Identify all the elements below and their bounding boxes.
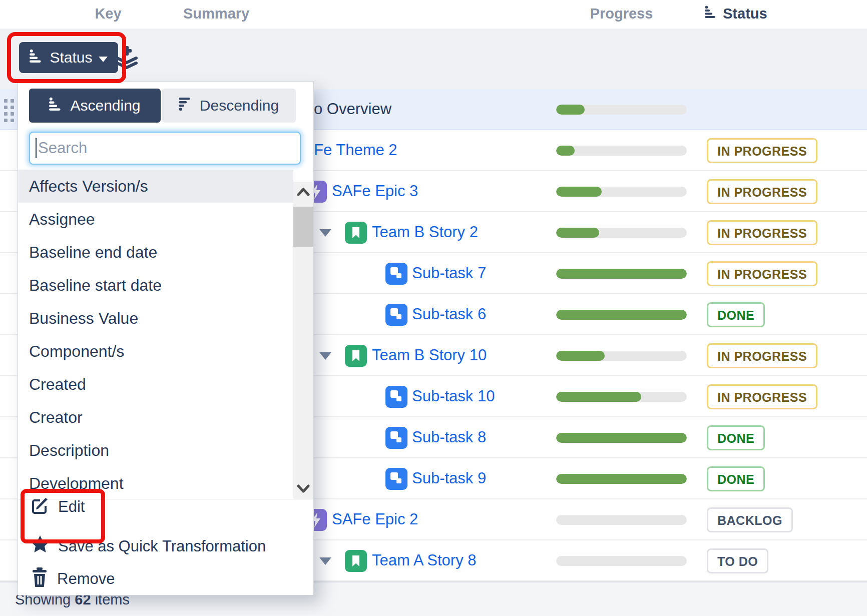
column-header-progress[interactable]: Progress <box>556 6 687 22</box>
field-option[interactable]: Baseline start date <box>18 269 293 302</box>
sort-descending-icon <box>179 97 193 115</box>
progress-bar-fill <box>556 392 641 402</box>
sort-ascending-icon <box>30 49 44 67</box>
ascending-button[interactable]: Ascending <box>29 89 161 123</box>
scroll-down-icon[interactable] <box>293 479 313 499</box>
subtask-icon <box>385 263 407 285</box>
progress-bar <box>556 392 687 402</box>
edit-label: Edit <box>58 498 85 516</box>
field-option[interactable]: Creator <box>18 401 293 434</box>
issue-summary-link[interactable]: Sub-task 8 <box>412 428 486 446</box>
issue-summary-link[interactable]: Team B Story 10 <box>372 346 487 364</box>
field-option[interactable]: Description <box>18 434 293 467</box>
expand-collapse-icon[interactable] <box>319 557 331 565</box>
issue-summary-link: o Overview <box>314 100 391 118</box>
sort-button-label: Status <box>50 49 92 66</box>
save-as-quick-transformation-action[interactable]: Save as Quick Transformation <box>30 534 266 558</box>
story-icon <box>345 345 367 367</box>
star-icon <box>30 534 50 558</box>
column-header-key[interactable]: Key <box>85 6 131 22</box>
expand-collapse-icon[interactable] <box>319 229 331 237</box>
remove-action[interactable]: Remove <box>30 567 115 591</box>
field-option[interactable]: Assignee <box>18 203 293 236</box>
status-badge: TO DO <box>707 548 768 573</box>
trash-icon <box>30 567 49 591</box>
issue-summary-link[interactable]: Sub-task 9 <box>412 469 486 487</box>
status-badge: IN PROGRESS <box>707 179 817 204</box>
progress-bar <box>556 105 687 115</box>
progress-bar <box>556 146 687 156</box>
progress-bar <box>556 433 687 443</box>
field-list-scrollbar[interactable] <box>293 182 313 499</box>
table-column-header: Key Summary Progress Status <box>0 0 867 30</box>
sort-transformation-button[interactable]: Status <box>19 42 118 73</box>
progress-bar-fill <box>556 105 585 115</box>
story-icon <box>345 550 367 572</box>
scroll-up-icon[interactable] <box>293 182 313 202</box>
issue-summary-link[interactable]: SAFe Epic 3 <box>332 182 418 200</box>
issue-summary-link[interactable]: Sub-task 10 <box>412 387 495 405</box>
status-badge: IN PROGRESS <box>707 138 817 163</box>
progress-bar-fill <box>556 187 602 197</box>
sort-ascending-icon <box>705 6 718 22</box>
subtask-icon <box>385 304 407 326</box>
column-header-status-label: Status <box>723 6 767 22</box>
search-input[interactable] <box>29 132 301 165</box>
remove-label: Remove <box>57 570 115 588</box>
story-icon <box>345 222 367 244</box>
field-option[interactable]: Component/s <box>18 335 293 368</box>
progress-bar-fill <box>556 433 687 443</box>
column-header-summary[interactable]: Summary <box>183 6 249 22</box>
issue-summary-link[interactable]: Team B Story 2 <box>372 223 478 241</box>
subtask-icon <box>385 468 407 490</box>
expand-collapse-icon[interactable] <box>319 352 331 360</box>
sort-options-popover: Ascending Descending Affects Version/sAs… <box>18 81 314 595</box>
status-badge: DONE <box>707 466 765 491</box>
field-option[interactable]: Business Value <box>18 302 293 335</box>
issue-summary-link[interactable]: Sub-task 6 <box>412 305 486 323</box>
progress-bar <box>556 187 687 197</box>
progress-bar-fill <box>556 228 599 238</box>
status-badge: IN PROGRESS <box>707 343 817 368</box>
edit-action[interactable]: Edit <box>30 495 85 519</box>
field-list: Affects Version/sAssigneeBaseline end da… <box>18 166 313 499</box>
descending-button[interactable]: Descending <box>162 89 296 123</box>
progress-bar <box>556 269 687 279</box>
add-transformation-icon[interactable] <box>114 45 139 70</box>
issue-summary-link[interactable]: Sub-task 7 <box>412 264 486 282</box>
field-option[interactable]: Affects Version/s <box>18 170 293 203</box>
column-header-status[interactable]: Status <box>705 6 767 22</box>
progress-bar-fill <box>556 269 687 279</box>
progress-bar <box>556 515 687 525</box>
status-badge: DONE <box>707 302 765 327</box>
progress-bar <box>556 228 687 238</box>
status-badge: IN PROGRESS <box>707 220 817 245</box>
issue-summary-link[interactable]: Fe Theme 2 <box>314 141 397 159</box>
save-as-quick-transformation-label: Save as Quick Transformation <box>58 537 266 555</box>
transformations-toolbar: Status <box>0 29 867 89</box>
progress-bar-fill <box>556 310 687 320</box>
field-option[interactable]: Created <box>18 368 293 401</box>
sort-ascending-icon <box>49 97 63 115</box>
progress-bar-fill <box>556 351 605 361</box>
subtask-icon <box>385 386 407 408</box>
progress-bar <box>556 310 687 320</box>
progress-bar <box>556 474 687 484</box>
status-badge: BACKLOG <box>707 507 793 532</box>
text-cursor <box>36 138 37 158</box>
field-option[interactable]: Development <box>18 467 293 499</box>
status-badge: DONE <box>707 425 765 450</box>
caret-down-icon <box>99 49 108 66</box>
edit-icon <box>30 495 50 519</box>
issue-summary-link[interactable]: Team A Story 8 <box>372 551 477 569</box>
field-option[interactable]: Baseline end date <box>18 236 293 269</box>
subtask-icon <box>385 427 407 449</box>
scrollbar-thumb[interactable] <box>293 207 313 247</box>
drag-handle-icon[interactable] <box>4 99 17 122</box>
progress-bar-fill <box>556 146 575 156</box>
progress-bar <box>556 556 687 566</box>
status-badge: IN PROGRESS <box>707 261 817 286</box>
issue-summary-link[interactable]: SAFe Epic 2 <box>332 510 418 528</box>
ascending-label: Ascending <box>70 97 140 114</box>
descending-label: Descending <box>200 97 279 114</box>
